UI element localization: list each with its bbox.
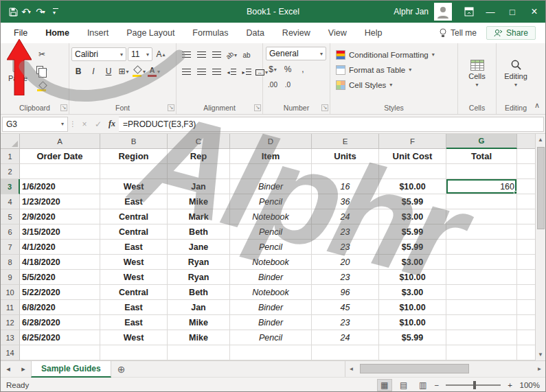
cell-G9[interactable] [446, 270, 517, 285]
row-header-8[interactable]: 8 [1, 255, 20, 270]
cell-F5[interactable]: $3.00 [379, 209, 446, 224]
tab-home[interactable]: Home [36, 23, 78, 43]
horizontal-scroll-thumb[interactable] [360, 364, 469, 373]
maximize-button[interactable]: □ [501, 1, 523, 23]
zoom-level[interactable]: 100% [516, 381, 540, 389]
align-left-button[interactable] [179, 65, 193, 79]
cell-E14[interactable] [312, 345, 379, 360]
share-button[interactable]: Share [486, 26, 536, 40]
tab-data[interactable]: Data [237, 23, 273, 43]
currency-button[interactable]: $▾ [266, 62, 280, 76]
vertical-scrollbar[interactable]: ▲ ▼ [535, 134, 545, 360]
conditional-formatting-button[interactable]: Conditional Formatting ▾ [333, 47, 455, 62]
cell-F12[interactable]: $10.00 [379, 315, 446, 330]
enter-button[interactable]: ✓ [91, 117, 105, 132]
cell-B7[interactable]: East [100, 240, 168, 255]
cells-button[interactable]: Cells ▾ [462, 45, 493, 102]
cell-E2[interactable] [312, 164, 379, 179]
zoom-slider[interactable] [446, 384, 501, 386]
cell-D9[interactable]: Binder [230, 270, 312, 285]
increase-font-button[interactable]: A▴ [154, 47, 168, 61]
row-header-1[interactable]: 1 [1, 149, 20, 164]
decrease-decimal-button[interactable]: .0 [281, 78, 295, 91]
cell-C9[interactable]: Ryan [168, 270, 230, 285]
cell-A1[interactable]: Order Date [20, 149, 100, 164]
cell-G6[interactable] [446, 224, 517, 240]
scroll-down-button[interactable]: ▼ [536, 349, 545, 360]
cell-C5[interactable]: Mark [168, 209, 230, 224]
cell-F10[interactable]: $3.00 [379, 285, 446, 300]
fill-color-button[interactable]: ▾ [132, 65, 146, 78]
scroll-left-button[interactable]: ◄ [345, 366, 357, 372]
borders-button[interactable]: ⊞▾ [117, 65, 130, 78]
row-header-13[interactable]: 13 [1, 330, 20, 345]
tab-help[interactable]: Help [356, 23, 391, 43]
cell-G11[interactable] [446, 300, 517, 315]
cell-A4[interactable]: 1/23/2020 [20, 194, 100, 209]
column-header-F[interactable]: F [379, 134, 446, 149]
increase-decimal-button[interactable]: .00 [266, 78, 280, 91]
ribbon-display-options-button[interactable] [459, 1, 479, 23]
minimize-button[interactable]: — [479, 1, 501, 23]
horizontal-scrollbar[interactable]: ◄ ► [345, 361, 545, 377]
cell-G12[interactable] [446, 315, 517, 330]
tab-review[interactable]: Review [273, 23, 319, 43]
clipboard-dialog-launcher[interactable]: ↘ [60, 104, 67, 111]
cell-A9[interactable]: 5/5/2020 [20, 270, 100, 285]
align-bottom-button[interactable] [209, 48, 223, 62]
row-header-4[interactable]: 4 [1, 194, 20, 209]
scroll-right-button[interactable]: ► [534, 366, 545, 372]
cell-G3[interactable]: 160 [446, 179, 517, 194]
zoom-in-button[interactable]: + [508, 381, 512, 389]
cell-G4[interactable] [446, 194, 517, 209]
align-middle-button[interactable] [194, 48, 208, 62]
cell-B1[interactable]: Region [100, 149, 168, 164]
cell-A2[interactable] [20, 164, 100, 179]
column-header-A[interactable]: A [20, 134, 100, 149]
tab-view[interactable]: View [319, 23, 356, 43]
cell-C13[interactable]: Mike [168, 330, 230, 345]
formula-bar-splitter[interactable]: ⋮ [68, 120, 78, 128]
tell-me-button[interactable]: Tell me [439, 28, 477, 38]
scroll-up-button[interactable]: ▲ [536, 134, 545, 146]
column-header-C[interactable]: C [168, 134, 230, 149]
cell-G7[interactable] [446, 240, 517, 255]
cell-C14[interactable] [168, 345, 230, 360]
cell-G10[interactable] [446, 285, 517, 300]
zoom-out-button[interactable]: − [435, 381, 440, 389]
cell-D1[interactable]: Item [230, 149, 312, 164]
cell-A14[interactable] [20, 345, 100, 360]
page-break-view-button[interactable]: ▥ [416, 379, 431, 391]
cell-E11[interactable]: 45 [312, 300, 379, 315]
cell-G8[interactable] [446, 255, 517, 270]
cell-C4[interactable]: Mike [168, 194, 230, 209]
row-header-3[interactable]: 3 [1, 179, 20, 194]
cell-B14[interactable] [100, 345, 168, 360]
cell-B4[interactable]: East [100, 194, 168, 209]
cell-F9[interactable]: $10.00 [379, 270, 446, 285]
cell-G2[interactable] [446, 164, 517, 179]
cell-B9[interactable]: West [100, 270, 168, 285]
cell-D12[interactable]: Binder [230, 315, 312, 330]
cell-G1[interactable]: Total [446, 149, 517, 164]
page-layout-view-button[interactable]: ▤ [396, 379, 411, 391]
cell-D6[interactable]: Pencil [230, 224, 312, 240]
cell-E6[interactable]: 23 [312, 224, 379, 240]
row-header-5[interactable]: 5 [1, 209, 20, 224]
cell-D11[interactable]: Binder [230, 300, 312, 315]
cell-B11[interactable]: East [100, 300, 168, 315]
cell-E4[interactable]: 36 [312, 194, 379, 209]
column-header-E[interactable]: E [312, 134, 379, 149]
percent-button[interactable]: % [281, 62, 295, 76]
formula-input[interactable]: =PRODUCT(E3,F3) [119, 117, 544, 132]
cell-A3[interactable]: 1/6/2020 [20, 179, 100, 194]
underline-button[interactable]: U [102, 65, 115, 78]
editing-button[interactable]: Editing ▾ [500, 45, 532, 102]
italic-button[interactable]: I [87, 65, 100, 78]
font-name-select[interactable]: Calibri▾ [71, 47, 126, 61]
number-format-select[interactable]: General▾ [266, 47, 326, 60]
undo-button[interactable]: ↶▾ [21, 3, 34, 20]
cell-A13[interactable]: 6/25/2020 [20, 330, 100, 345]
cell-A10[interactable]: 5/22/2020 [20, 285, 100, 300]
cell-B13[interactable]: West [100, 330, 168, 345]
